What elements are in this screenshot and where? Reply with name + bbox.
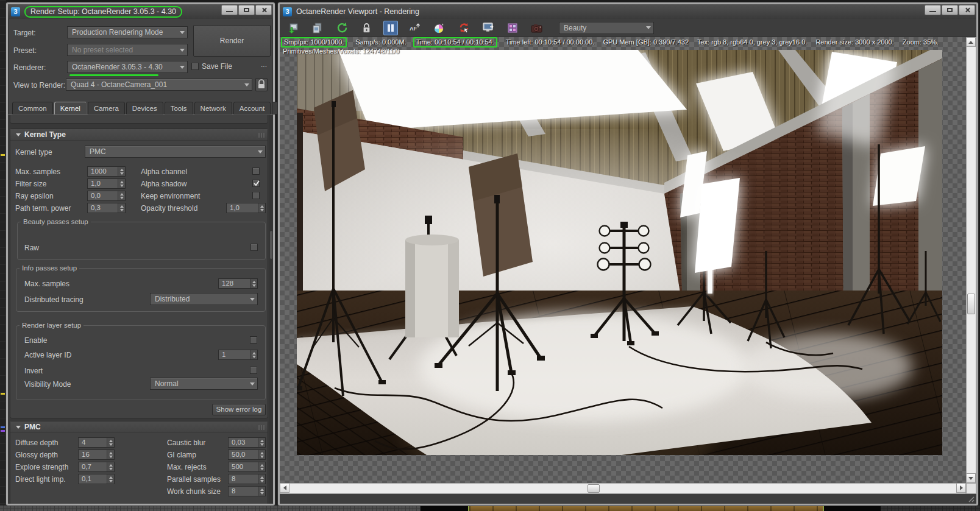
target-dropdown[interactable]: Production Rendering Mode	[67, 26, 188, 38]
background-bottom-strip	[0, 506, 980, 511]
tab-tools[interactable]: Tools	[165, 102, 193, 115]
filter-size-label: Filter size	[15, 180, 46, 188]
close-button[interactable]	[959, 5, 975, 15]
keep-environment-label: Keep environment	[141, 192, 200, 200]
trackview-key-mark	[1, 430, 5, 432]
close-button[interactable]	[255, 5, 272, 15]
preset-dropdown[interactable]: No preset selected	[67, 44, 188, 56]
caustic-blur-spinner[interactable]: 0,03	[228, 437, 266, 448]
render-layer-group-label: Render layer setup	[20, 322, 83, 329]
vertical-scrollbar[interactable]	[966, 37, 976, 483]
kernel-type-dropdown[interactable]: PMC	[85, 146, 266, 158]
work-chunk-size-spinner[interactable]: 8	[228, 486, 266, 496]
copy-to-clipboard-button[interactable]	[310, 21, 325, 35]
parallel-samples-spinner[interactable]: 8	[228, 474, 266, 484]
tab-devices[interactable]: Devices	[126, 102, 163, 115]
panel-scrollbar[interactable]	[269, 115, 273, 504]
render-setup-titlebar[interactable]: 3 Render Setup: OctaneRender 3.05.3 - 4.…	[8, 4, 273, 19]
lock-view-button[interactable]	[255, 78, 268, 91]
invert-checkbox[interactable]	[250, 367, 257, 374]
panel-scrollbar-thumb[interactable]	[270, 231, 272, 259]
scroll-down-button[interactable]	[966, 473, 976, 483]
alpha-shadow-label: Alpha shadow	[141, 180, 186, 188]
trackview-key-mark	[1, 426, 5, 428]
scroll-right-button[interactable]	[956, 483, 966, 493]
save-render-button[interactable]	[286, 21, 300, 35]
render-button[interactable]: Render	[193, 25, 271, 57]
tab-network[interactable]: Network	[194, 102, 232, 115]
work-chunk-size-label: Work chunk size	[167, 487, 221, 496]
glossy-depth-label: Glossy depth	[15, 451, 58, 459]
viewport-titlebar[interactable]: 3 OctaneRender Viewport - Rendering	[280, 4, 976, 19]
glossy-depth-spinner[interactable]: 16	[78, 449, 115, 460]
info-max-samples-spinner[interactable]: 128	[218, 278, 258, 289]
camera-export-button[interactable]	[530, 21, 544, 35]
restart-render-button[interactable]	[335, 21, 349, 35]
lock-resolution-button[interactable]	[359, 21, 374, 35]
diffuse-depth-spinner[interactable]: 4	[78, 437, 115, 448]
vertical-scrollbar-thumb[interactable]	[967, 294, 975, 314]
filter-size-spinner[interactable]: 1,0	[87, 178, 126, 189]
chevron-down-icon	[255, 150, 265, 153]
pmc-rollout-header[interactable]: PMC	[10, 421, 268, 433]
alpha-channel-checkbox[interactable]	[252, 167, 260, 175]
tab-common[interactable]: Common	[12, 102, 53, 115]
max-rejects-spinner[interactable]: 500	[228, 462, 266, 472]
path-term-power-label: Path term. power	[15, 204, 71, 213]
direct-light-imp-spinner[interactable]: 0,1	[78, 474, 115, 484]
raw-checkbox[interactable]	[250, 244, 258, 251]
ray-epsilon-spinner[interactable]: 0,0	[87, 191, 126, 201]
tab-camera[interactable]: Camera	[88, 102, 125, 115]
maximize-button[interactable]	[238, 5, 255, 15]
max-samples-label: Max. samples	[15, 167, 60, 176]
visibility-mode-dropdown[interactable]: Normal	[150, 378, 258, 390]
opacity-threshold-spinner[interactable]: 1,0	[226, 203, 266, 213]
render-priority-button[interactable]	[456, 21, 471, 35]
distributed-tracing-dropdown[interactable]: Distributed	[150, 293, 258, 305]
kernel-type-rollout-header[interactable]: Kernel Type	[10, 129, 268, 141]
white-balance-pick-button[interactable]	[432, 21, 447, 35]
gi-clamp-spinner[interactable]: 50,0	[228, 449, 266, 460]
svg-text:AF: AF	[410, 26, 417, 32]
trackbar-grid	[0, 506, 421, 511]
minimize-button[interactable]	[925, 5, 941, 15]
lock-icon	[361, 23, 372, 33]
path-term-power-spinner[interactable]: 0,3	[87, 203, 126, 213]
scroll-up-button[interactable]	[966, 37, 976, 47]
opacity-threshold-label: Opacity threshold	[141, 204, 197, 213]
explore-strength-spinner[interactable]: 0,7	[78, 462, 115, 472]
viewport-follow-button[interactable]	[481, 21, 495, 35]
max-samples-spinner[interactable]: 1000	[87, 166, 126, 177]
show-error-log-button[interactable]: Show error log	[212, 404, 266, 415]
chevron-down-icon	[247, 298, 257, 301]
scroll-left-button[interactable]	[280, 483, 289, 493]
maximize-button[interactable]	[942, 5, 958, 15]
horizontal-scrollbar-thumb[interactable]	[588, 484, 600, 493]
view-to-render-label: View to Render:	[13, 81, 65, 90]
save-file-checkbox[interactable]	[191, 63, 199, 70]
tab-kernel[interactable]: Kernel	[54, 102, 87, 115]
viewport-canvas[interactable]: Smp/px: 1000/1000. Samp/s: 0.000M. Time:…	[280, 37, 966, 483]
tab-account[interactable]: Account	[233, 102, 271, 115]
active-layer-id-spinner[interactable]: 1	[218, 350, 258, 360]
viewport-follow-icon	[483, 23, 494, 33]
autofocus-pick-button[interactable]: AF	[408, 21, 422, 35]
render-pass-dropdown[interactable]: Beauty	[559, 22, 654, 34]
enable-label: Enable	[24, 336, 47, 345]
enable-checkbox[interactable]	[250, 336, 257, 344]
save-file-browse-button[interactable]: ...	[261, 60, 267, 69]
pause-render-button[interactable]	[383, 21, 398, 35]
active-layer-id-label: Active layer ID	[24, 351, 71, 359]
keep-environment-checkbox[interactable]	[252, 192, 260, 199]
resize-grip-icon	[968, 496, 975, 503]
horizontal-scrollbar[interactable]	[280, 483, 966, 494]
render-time: Time: 00:10:54 / 00:10:54.	[413, 37, 497, 48]
renderer-dropdown[interactable]: OctaneRender 3.05.3 - 4.30	[67, 61, 188, 73]
lock-icon	[256, 79, 267, 91]
render-setup-window: 3 Render Setup: OctaneRender 3.05.3 - 4.…	[6, 2, 275, 506]
minimize-button[interactable]	[221, 5, 238, 15]
chevron-down-icon	[644, 26, 653, 29]
sub-sampling-button[interactable]	[505, 21, 520, 35]
view-to-render-dropdown[interactable]: Quad 4 - OctaneCamera_001	[66, 79, 252, 91]
alpha-shadow-checkbox[interactable]	[252, 180, 260, 187]
